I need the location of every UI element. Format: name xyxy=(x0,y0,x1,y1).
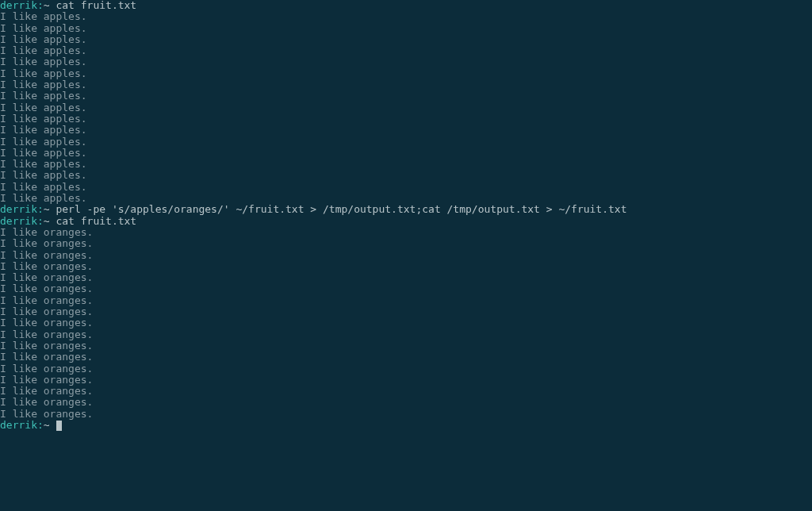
prompt-symbol: ~ xyxy=(44,0,56,11)
output-line: I like oranges. xyxy=(0,238,812,249)
command-line: derrik:~ cat fruit.txt xyxy=(0,0,812,11)
cursor-icon xyxy=(56,421,62,431)
output-line: I like oranges. xyxy=(0,317,812,328)
output-line: I like oranges. xyxy=(0,386,812,397)
prompt-user: derrik xyxy=(0,419,37,431)
output-line: I like oranges. xyxy=(0,250,812,261)
output-line: I like apples. xyxy=(0,23,812,34)
terminal[interactable]: derrik:~ cat fruit.txtI like apples.I li… xyxy=(0,0,812,431)
prompt-user: derrik xyxy=(0,203,37,215)
prompt-symbol: ~ xyxy=(44,203,56,215)
output-line: I like apples. xyxy=(0,90,812,102)
output-line: I like oranges. xyxy=(0,295,812,306)
output-line: I like oranges. xyxy=(0,375,812,386)
output-line: I like apples. xyxy=(0,193,812,204)
command-text: cat fruit.txt xyxy=(56,215,136,227)
output-line: I like oranges. xyxy=(0,409,812,420)
output-line: I like apples. xyxy=(0,68,812,79)
output-line: I like apples. xyxy=(0,11,812,22)
output-line: I like oranges. xyxy=(0,283,812,294)
prompt-separator: : xyxy=(37,419,44,431)
output-line: I like oranges. xyxy=(0,261,812,272)
active-prompt-line[interactable]: derrik:~ xyxy=(0,420,812,431)
output-line: I like apples. xyxy=(0,159,812,170)
output-line: I like oranges. xyxy=(0,397,812,408)
output-line: I like oranges. xyxy=(0,340,812,352)
output-line: I like apples. xyxy=(0,148,812,159)
prompt-separator: : xyxy=(37,215,44,227)
output-line: I like oranges. xyxy=(0,363,812,375)
output-line: I like oranges. xyxy=(0,227,812,238)
output-line: I like apples. xyxy=(0,170,812,181)
command-text: cat fruit.txt xyxy=(56,0,136,11)
prompt-separator: : xyxy=(37,203,44,215)
command-line: derrik:~ perl -pe 's/apples/oranges/' ~/… xyxy=(0,204,812,215)
output-line: I like oranges. xyxy=(0,272,812,283)
output-line: I like apples. xyxy=(0,34,812,45)
prompt-user: derrik xyxy=(0,215,37,227)
output-line: I like apples. xyxy=(0,125,812,136)
output-line: I like apples. xyxy=(0,56,812,67)
prompt-separator: : xyxy=(37,0,44,11)
output-line: I like apples. xyxy=(0,182,812,193)
output-line: I like apples. xyxy=(0,136,812,148)
output-line: I like oranges. xyxy=(0,352,812,363)
output-line: I like apples. xyxy=(0,79,812,90)
prompt-user: derrik xyxy=(0,0,37,11)
output-line: I like oranges. xyxy=(0,329,812,340)
prompt-symbol: ~ xyxy=(44,215,56,227)
output-line: I like apples. xyxy=(0,113,812,125)
output-line: I like apples. xyxy=(0,102,812,113)
command-line: derrik:~ cat fruit.txt xyxy=(0,216,812,227)
command-text: perl -pe 's/apples/oranges/' ~/fruit.txt… xyxy=(56,203,626,215)
output-line: I like apples. xyxy=(0,45,812,56)
output-line: I like oranges. xyxy=(0,306,812,317)
prompt-symbol: ~ xyxy=(44,419,56,431)
